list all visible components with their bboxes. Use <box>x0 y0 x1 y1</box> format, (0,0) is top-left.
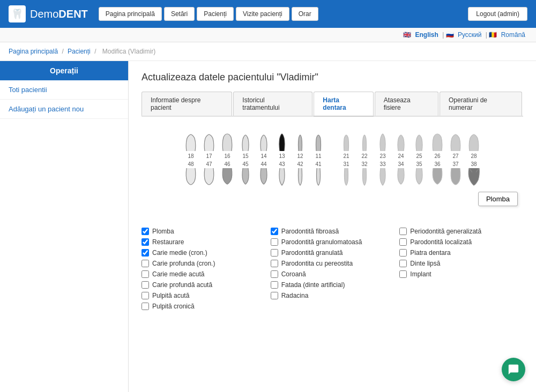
condition-pulpita-acuta-checkbox[interactable] <box>142 292 149 299</box>
nav-schedule[interactable]: Orar <box>292 7 318 21</box>
condition-dinte-lipsa-label: Dinte lipsă <box>410 260 440 267</box>
tooth-42[interactable]: 42 <box>292 160 309 186</box>
tooth-37[interactable]: 37 <box>447 160 464 186</box>
breadcrumb-current: Modifica (Vladimir) <box>102 48 155 55</box>
tab-cash[interactable]: Operatiuni de numerar <box>440 92 522 116</box>
tooth-22[interactable]: 22 <box>356 133 373 159</box>
condition-pulpita-cronica-checkbox[interactable] <box>142 303 149 310</box>
tooth-23[interactable]: 23 <box>374 133 391 159</box>
condition-parodontita-fibroasa: Parodontită fibroasă <box>271 228 394 235</box>
condition-pulpita-acuta-label: Pulpită acută <box>152 292 189 299</box>
condition-radacina-label: Radacina <box>281 292 309 299</box>
nav-visits[interactable]: Vizite pacienți <box>236 7 289 21</box>
page-title: Actualizeaza datele pacientului "Vladimi… <box>142 72 523 83</box>
tooth-24[interactable]: 24 <box>392 133 410 159</box>
nav-home[interactable]: Pagina principală <box>99 7 162 21</box>
tooth-43[interactable]: 43 <box>273 160 291 186</box>
tooth-15[interactable]: 15 <box>237 133 254 159</box>
sidebar-item-add-patient[interactable]: Adăugați un pacient nou <box>0 100 128 119</box>
tabs: Informatie despre pacient Istoricul trat… <box>142 92 523 117</box>
tooth-35[interactable]: 35 <box>411 160 428 186</box>
condition-dinte-lipsa-checkbox[interactable] <box>399 260 407 267</box>
nav-patients[interactable]: Pacienți <box>197 7 234 21</box>
content: Actualizeaza datele pacientului "Vladimi… <box>129 61 536 392</box>
tooth-12[interactable]: 12 <box>292 133 309 159</box>
condition-parodontita-loc-checkbox[interactable] <box>399 238 407 246</box>
tooth-11[interactable]: 11 <box>310 133 327 159</box>
condition-fatada-label: Fatada (dinte artificial) <box>281 281 345 289</box>
condition-fatada-checkbox[interactable] <box>271 281 278 289</box>
condition-implant-checkbox[interactable] <box>399 270 407 278</box>
condition-plomba-checkbox[interactable] <box>142 228 149 235</box>
tooth-48[interactable]: 48 <box>182 160 199 186</box>
tooth-44[interactable]: 44 <box>255 160 272 186</box>
condition-implant: Implant <box>399 270 523 278</box>
condition-carie-medie-acuta: Carie medie acută <box>142 270 265 278</box>
tooth-26[interactable]: 26 <box>429 133 446 159</box>
condition-carie-medie-acuta-checkbox[interactable] <box>142 270 149 278</box>
lang-english[interactable]: English <box>415 31 438 39</box>
tab-dental[interactable]: Harta dentara <box>314 92 373 117</box>
tooth-25[interactable]: 25 <box>411 133 428 159</box>
tooth-18[interactable]: 18 <box>182 133 199 159</box>
condition-carie-profunda-cron-checkbox[interactable] <box>142 260 149 267</box>
condition-pulpita-acuta: Pulpită acută <box>142 292 265 299</box>
plomba-button[interactable]: Plomba <box>478 192 518 206</box>
tooth-45[interactable]: 45 <box>237 160 254 186</box>
condition-implant-label: Implant <box>410 270 431 278</box>
tooth-38[interactable]: 38 <box>465 160 482 186</box>
tooth-13[interactable]: 13 <box>273 133 291 159</box>
tab-files[interactable]: Ataseaza fisiere <box>375 92 438 116</box>
tooth-31[interactable]: 31 <box>338 160 355 186</box>
tooth-28[interactable]: 28 <box>465 133 482 159</box>
tab-info[interactable]: Informatie despre pacient <box>142 92 232 116</box>
conditions-grid: Plomba Parodontită fibroasă Periodontită… <box>142 228 523 310</box>
condition-parodontita-pereostita-checkbox[interactable] <box>271 260 278 267</box>
tab-history[interactable]: Istoricul tratamentului <box>233 92 312 116</box>
condition-coroana-checkbox[interactable] <box>271 270 278 278</box>
logout-button[interactable]: Logout (admin) <box>468 7 527 21</box>
nav-settings[interactable]: Setări <box>164 7 195 21</box>
condition-parodontita-granulata-checkbox[interactable] <box>271 249 278 257</box>
tooth-33[interactable]: 33 <box>374 160 391 186</box>
tooth-14[interactable]: 14 <box>255 133 272 159</box>
condition-periodontita-gen-label: Periodontită generalizată <box>410 228 481 235</box>
condition-parodontita-pereostita-label: Parodontita cu pereostita <box>281 260 353 267</box>
condition-radacina: Radacina <box>271 292 394 299</box>
condition-parodontita-gran-checkbox[interactable] <box>271 238 278 246</box>
condition-radacina-checkbox[interactable] <box>271 292 278 299</box>
tooth-47[interactable]: 47 <box>200 160 218 186</box>
tooth-46[interactable]: 46 <box>219 160 236 186</box>
breadcrumb-home[interactable]: Pagina principală <box>9 48 58 55</box>
condition-piatra-dentara-checkbox[interactable] <box>399 249 407 257</box>
condition-carie-profunda-acuta-checkbox[interactable] <box>142 281 149 289</box>
tooth-21[interactable]: 21 <box>338 133 355 159</box>
breadcrumb-patients[interactable]: Pacienți <box>68 48 91 55</box>
sidebar-item-all-patients[interactable]: Toti pacientii <box>0 80 128 100</box>
nav-buttons: Pagina principală Setări Pacienți Vizite… <box>99 7 468 21</box>
tooth-34[interactable]: 34 <box>392 160 410 186</box>
lang-russian[interactable]: Русский <box>458 31 482 39</box>
dental-chart: 18 17 16 15 <box>142 127 523 217</box>
condition-parodontita-gran-label: Parodontită granulomatoasă <box>281 238 362 246</box>
condition-coroana-label: Coroană <box>281 270 306 278</box>
tooth-16[interactable]: 16 <box>219 133 236 159</box>
condition-carie-medie-cron-checkbox[interactable] <box>142 249 149 257</box>
tooth-36[interactable]: 36 <box>429 160 446 186</box>
lang-romanian[interactable]: Română <box>501 31 525 39</box>
logo-icon: 🦷 <box>9 5 26 22</box>
condition-periodontita-gen-checkbox[interactable] <box>399 228 407 235</box>
condition-restaurare-checkbox[interactable] <box>142 238 149 246</box>
lang-bar: 🇬🇧 English | 🇷🇺 Русский | 🇷🇴 Română <box>0 28 536 42</box>
tooth-27[interactable]: 27 <box>447 133 464 159</box>
tooth-41[interactable]: 41 <box>310 160 327 186</box>
condition-parodontita-fibroasa-label: Parodontită fibroasă <box>281 228 339 235</box>
chat-button[interactable] <box>502 358 525 381</box>
tooth-17[interactable]: 17 <box>200 133 218 159</box>
sidebar: Operații Toti pacientii Adăugați un paci… <box>0 61 129 392</box>
condition-periodontita-gen: Periodontită generalizată <box>399 228 523 235</box>
tooth-32[interactable]: 32 <box>356 160 373 186</box>
condition-plomba-label: Plomba <box>152 228 174 235</box>
condition-carie-profunda-acuta: Carie profundă acută <box>142 281 265 289</box>
condition-parodontita-fibroasa-checkbox[interactable] <box>271 228 278 235</box>
